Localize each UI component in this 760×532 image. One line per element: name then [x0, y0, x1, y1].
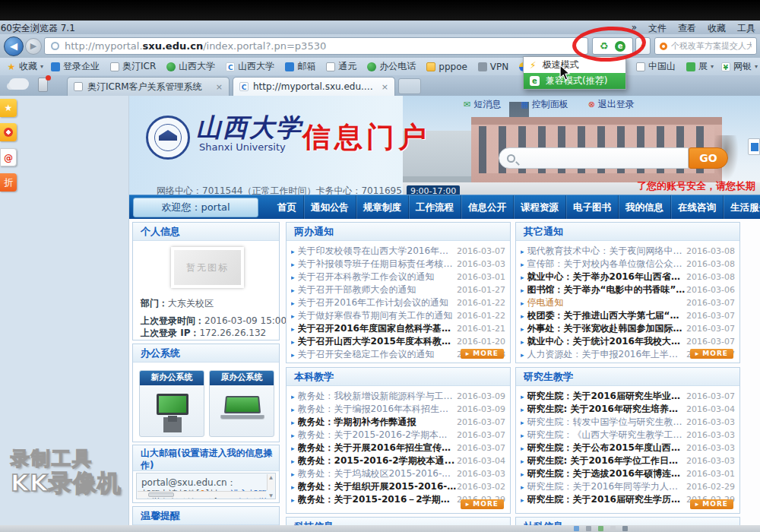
- back-button[interactable]: ◀: [4, 36, 24, 56]
- bookmark-item[interactable]: 中国山: [632, 60, 682, 73]
- portal-nav-item[interactable]: 课程资源: [514, 195, 566, 220]
- notice-title[interactable]: 教务处：关于2015-2016-2学期本...: [298, 429, 457, 442]
- bookmark-caret-icon[interactable]: ▾: [755, 63, 758, 70]
- bookmark-label[interactable]: 通元: [338, 60, 356, 73]
- bookmark-item[interactable]: 邮箱: [281, 60, 322, 73]
- search-suggestion-text[interactable]: 个税改革方案提交人大: [671, 40, 752, 52]
- portal-top-link[interactable]: ▦ 控制面板: [521, 98, 568, 111]
- menu-item-label[interactable]: 兼容模式(推荐): [546, 74, 607, 87]
- notice-row[interactable]: ▸ 研究生院: 关于2016年研究生培养常规... 2016-03-04: [521, 403, 735, 416]
- notice-row[interactable]: ▸ 教务处：关于组织开展2015-2016-... 2016-03-02: [291, 480, 505, 493]
- address-bar[interactable]: http://myportal.sxu.edu.cn/index.portal?…: [44, 37, 588, 55]
- notice-title[interactable]: 教务处：关于编报2016年本科招生宣传材...: [298, 403, 457, 416]
- more-button[interactable]: ▸ MORE: [461, 349, 504, 359]
- old-office-system-button[interactable]: 原办公系统: [209, 370, 274, 437]
- notice-title[interactable]: 研究生院：关于2016年同等学力人员申请...: [527, 480, 686, 493]
- tab-close-icon[interactable]: ×: [382, 82, 388, 92]
- bookmark-item[interactable]: 展 ▾: [682, 60, 717, 73]
- forward-button[interactable]: ▶: [25, 38, 42, 55]
- notice-row[interactable]: ▸ 宣传部：关于对校内各单位微信公众号登记的... 2016-03-08: [521, 258, 735, 271]
- portal-top-link[interactable]: ⊗ 退出登录: [588, 98, 635, 111]
- notice-row[interactable]: ▸ 研究生院：关于选拔2016年硕博连读研究... 2016-03-01: [521, 467, 735, 480]
- portal-nav-item[interactable]: 通知公告: [304, 195, 356, 220]
- notice-row[interactable]: ▸ 教务处：我校新增设新能源科学与工程、物业... 2016-03-09: [291, 390, 505, 403]
- notice-title[interactable]: 就业中心：关于统计2016年我校大学生自...: [527, 335, 686, 348]
- notice-row[interactable]: ▸ 教务处：关于编报2016年本科招生宣传材... 2016-03-09: [291, 403, 505, 416]
- bookmark-label[interactable]: 奥汀ICR: [122, 60, 156, 73]
- portal-nav-item[interactable]: 我的信息: [619, 195, 671, 220]
- menu-item[interactable]: 工具: [737, 22, 755, 35]
- top-link-label[interactable]: 退出登录: [598, 98, 635, 111]
- bookmark-item[interactable]: VPN: [474, 60, 515, 73]
- portal-nav-item[interactable]: 在线咨询: [671, 195, 724, 220]
- bookmark-label[interactable]: 收藏: [19, 60, 37, 73]
- bookmark-label[interactable]: 办公电话: [379, 60, 416, 73]
- promo-dock-icon[interactable]: 折: [0, 173, 17, 192]
- notice-row[interactable]: ▸ 教务处：2015-2016-2学期校本通... 2016-03-04: [291, 454, 505, 467]
- notice-title[interactable]: 研究生院：关于公布2015年度山西省优秀...: [527, 442, 686, 454]
- notice-row[interactable]: ▸ 研究生院：《山西大学研究生教学工作事故认... 2016-03-03: [521, 429, 735, 442]
- notice-title[interactable]: 研究生院: 关于2016年学位工作日程安...: [527, 454, 686, 467]
- more-button[interactable]: ▸ MORE: [690, 499, 733, 509]
- menu-item[interactable]: 文件: [648, 22, 667, 35]
- notice-row[interactable]: ▸ 教务处：关于开展2016年招生宣传工作的... 2016-03-07: [291, 442, 505, 454]
- tab-close-icon[interactable]: ×: [216, 82, 223, 92]
- bookmark-label[interactable]: 中国山: [648, 60, 676, 73]
- tab-title[interactable]: 奥汀ICRM客户关系管理系统: [87, 81, 211, 93]
- bookmark-label[interactable]: 展: [698, 60, 708, 73]
- notice-title[interactable]: 图书馆：关于举办“电影中的书香味”主题书...: [527, 283, 686, 296]
- bookmark-caret-icon[interactable]: ▾: [40, 63, 43, 70]
- portal-search-input[interactable]: [499, 147, 689, 169]
- edge-floating-widget[interactable]: [748, 138, 760, 155]
- favorites-dock-icon[interactable]: ★: [0, 99, 17, 117]
- notice-row[interactable]: ▸ 关于召开山西大学2015年度本科教学工作... 2016-01-20: [291, 335, 505, 348]
- notice-row[interactable]: ▸ 图书馆：关于举办“电影中的书香味”主题书... 2016-03-06: [521, 283, 735, 296]
- bookmark-label[interactable]: 登录企业: [63, 60, 100, 73]
- portal-nav-item[interactable]: 首页: [271, 195, 304, 220]
- browser-search-box[interactable]: 个税改革方案提交人大: [654, 37, 757, 55]
- bookmark-item[interactable]: 登录企业: [47, 60, 106, 73]
- notice-row[interactable]: ▸ 教务处：关于坞城校区2015-2016-... 2016-03-03: [291, 467, 505, 480]
- notice-title[interactable]: 教务处：关于坞城校区2015-2016-...: [298, 467, 457, 480]
- notice-title[interactable]: 关于召开2016年工作计划会议的通知: [298, 296, 457, 309]
- notice-row[interactable]: ▸ 关于做好寒假春节期间有关工作的通知 2016-01-22: [291, 309, 505, 322]
- button-label[interactable]: 新办公系统: [140, 371, 204, 385]
- portal-search-go-button[interactable]: GO: [689, 147, 728, 169]
- notice-row[interactable]: ▸ 关于印发校领导在山西大学2016年工作计... 2016-03-07: [291, 245, 505, 258]
- notice-row[interactable]: ▸ 校团委：关于推进山西大学第七届“创新挑战... 2016-03-07: [521, 309, 735, 322]
- notice-row[interactable]: ▸ 就业中心：关于统计2016年我校大学生自... 2016-03-07: [521, 335, 735, 348]
- notice-title[interactable]: 研究生院: 关于2016年研究生培养常规...: [527, 403, 686, 416]
- notice-row[interactable]: ▸ 就业中心：关于举办2016年山西省公务员... 2016-03-08: [521, 271, 735, 283]
- notice-row[interactable]: ▸ 研究生院：转发中国学位与研究生教育学会“... 2016-03-03: [521, 416, 735, 429]
- notice-title[interactable]: 校团委：关于推进山西大学第七届“创新挑战...: [527, 309, 686, 322]
- top-link-label[interactable]: 短消息: [473, 98, 501, 111]
- more-button[interactable]: ▸ MORE: [690, 349, 733, 359]
- horizontal-scrollbar[interactable]: [138, 491, 266, 498]
- notice-title[interactable]: 关于召开本科教学工作会议的通知: [298, 271, 457, 283]
- notice-title[interactable]: 研究生院：关于选拔2016年硕博连读研究...: [527, 467, 686, 480]
- notice-title[interactable]: 宣传部：关于对校内各单位微信公众号登记的...: [527, 258, 686, 271]
- bookmark-item[interactable]: 山西大学: [163, 60, 222, 73]
- notice-title[interactable]: 关于召开安全稳定工作会议的通知: [298, 348, 457, 361]
- notice-row[interactable]: ▸ 研究生院: 关于2016年学位工作日程安... 2016-03-03: [521, 454, 735, 467]
- notice-row[interactable]: ▸ 停电通知 2016-03-07: [521, 296, 735, 309]
- notice-title[interactable]: 关于做好寒假春节期间有关工作的通知: [298, 309, 457, 322]
- notice-title[interactable]: 教务处：学期初补考作弊通报: [298, 416, 457, 429]
- new-tab-button[interactable]: [398, 78, 421, 94]
- notice-row[interactable]: ▸ 研究生院：关于2016年同等学力人员申请... 2016-02-29: [521, 480, 735, 493]
- notice-row[interactable]: ▸ 现代教育技术中心：关于夜间网络中断的通知 2016-03-08: [521, 245, 735, 258]
- bookmark-item[interactable]: pppoe: [423, 60, 474, 73]
- notice-row[interactable]: ▸ 关于补报领导班子任期目标责任考核有关资料... 2016-03-03: [291, 258, 505, 271]
- scrollbar-thumb[interactable]: [148, 492, 174, 497]
- bookmark-label[interactable]: pppoe: [439, 62, 467, 72]
- notice-title[interactable]: 停电通知: [527, 296, 686, 309]
- notice-title[interactable]: 教务处：2015-2016-2学期校本通...: [298, 454, 457, 467]
- bookmark-label[interactable]: 山西大学: [238, 60, 274, 73]
- portal-nav-item[interactable]: 生活服务: [724, 195, 760, 220]
- compat-mode-menu-item[interactable]: e 兼容模式(推荐): [524, 73, 625, 89]
- notice-row[interactable]: ▸ 关于召开本科教学工作会议的通知 2016-03-01: [291, 271, 505, 283]
- portal-top-link[interactable]: ✉ 短消息: [464, 98, 501, 111]
- top-link-label[interactable]: 控制面板: [532, 98, 568, 111]
- portal-nav-item[interactable]: 电子图书: [566, 195, 619, 220]
- notice-row[interactable]: ▸ 教务处：关于2015-2016-2学期本... 2016-03-07: [291, 429, 505, 442]
